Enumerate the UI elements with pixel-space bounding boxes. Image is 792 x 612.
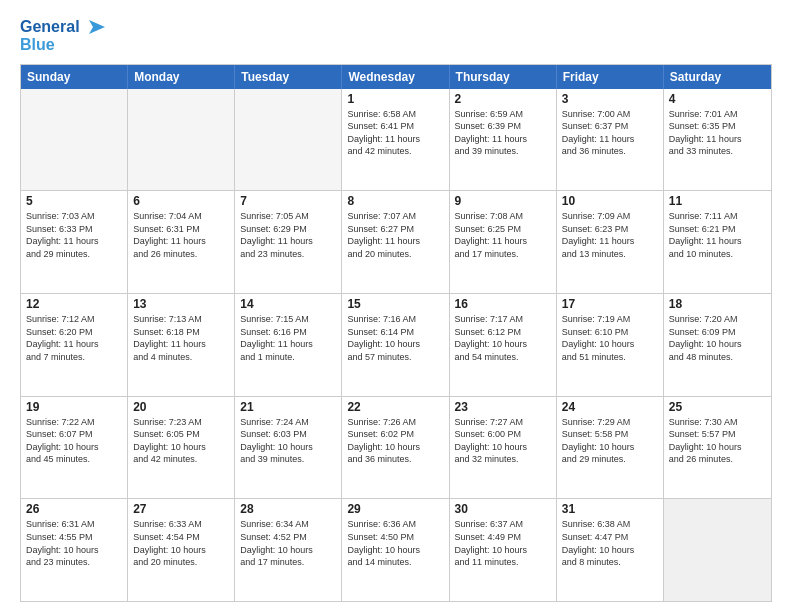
day-number: 24 xyxy=(562,400,658,414)
day-info: Sunrise: 7:27 AM Sunset: 6:00 PM Dayligh… xyxy=(455,416,551,466)
day-number: 31 xyxy=(562,502,658,516)
day-info: Sunrise: 7:29 AM Sunset: 5:58 PM Dayligh… xyxy=(562,416,658,466)
calendar-row-3: 19Sunrise: 7:22 AM Sunset: 6:07 PM Dayli… xyxy=(21,396,771,499)
day-number: 21 xyxy=(240,400,336,414)
weekday-header-friday: Friday xyxy=(557,65,664,89)
day-cell-14: 14Sunrise: 7:15 AM Sunset: 6:16 PM Dayli… xyxy=(235,294,342,396)
day-cell-30: 30Sunrise: 6:37 AM Sunset: 4:49 PM Dayli… xyxy=(450,499,557,601)
day-info: Sunrise: 7:13 AM Sunset: 6:18 PM Dayligh… xyxy=(133,313,229,363)
day-info: Sunrise: 7:15 AM Sunset: 6:16 PM Dayligh… xyxy=(240,313,336,363)
logo-wordmark: General Blue xyxy=(20,16,105,54)
day-number: 30 xyxy=(455,502,551,516)
day-info: Sunrise: 7:04 AM Sunset: 6:31 PM Dayligh… xyxy=(133,210,229,260)
day-cell-15: 15Sunrise: 7:16 AM Sunset: 6:14 PM Dayli… xyxy=(342,294,449,396)
day-cell-19: 19Sunrise: 7:22 AM Sunset: 6:07 PM Dayli… xyxy=(21,397,128,499)
day-number: 16 xyxy=(455,297,551,311)
day-cell-2: 2Sunrise: 6:59 AM Sunset: 6:39 PM Daylig… xyxy=(450,89,557,191)
logo-general: General xyxy=(20,18,80,36)
day-info: Sunrise: 7:08 AM Sunset: 6:25 PM Dayligh… xyxy=(455,210,551,260)
day-cell-27: 27Sunrise: 6:33 AM Sunset: 4:54 PM Dayli… xyxy=(128,499,235,601)
logo-blue: Blue xyxy=(20,36,55,54)
page: General Blue SundayMondayTuesdayWednesda… xyxy=(0,0,792,612)
day-info: Sunrise: 7:03 AM Sunset: 6:33 PM Dayligh… xyxy=(26,210,122,260)
day-number: 22 xyxy=(347,400,443,414)
day-cell-25: 25Sunrise: 7:30 AM Sunset: 5:57 PM Dayli… xyxy=(664,397,771,499)
day-number: 6 xyxy=(133,194,229,208)
logo: General Blue xyxy=(20,16,105,54)
calendar-row-1: 5Sunrise: 7:03 AM Sunset: 6:33 PM Daylig… xyxy=(21,190,771,293)
day-info: Sunrise: 7:00 AM Sunset: 6:37 PM Dayligh… xyxy=(562,108,658,158)
logo-arrow-icon xyxy=(83,16,105,38)
day-info: Sunrise: 6:38 AM Sunset: 4:47 PM Dayligh… xyxy=(562,518,658,568)
day-number: 27 xyxy=(133,502,229,516)
day-cell-23: 23Sunrise: 7:27 AM Sunset: 6:00 PM Dayli… xyxy=(450,397,557,499)
day-number: 2 xyxy=(455,92,551,106)
day-info: Sunrise: 7:12 AM Sunset: 6:20 PM Dayligh… xyxy=(26,313,122,363)
day-number: 11 xyxy=(669,194,766,208)
day-cell-6: 6Sunrise: 7:04 AM Sunset: 6:31 PM Daylig… xyxy=(128,191,235,293)
day-cell-7: 7Sunrise: 7:05 AM Sunset: 6:29 PM Daylig… xyxy=(235,191,342,293)
day-cell-12: 12Sunrise: 7:12 AM Sunset: 6:20 PM Dayli… xyxy=(21,294,128,396)
day-info: Sunrise: 6:37 AM Sunset: 4:49 PM Dayligh… xyxy=(455,518,551,568)
day-info: Sunrise: 7:19 AM Sunset: 6:10 PM Dayligh… xyxy=(562,313,658,363)
day-number: 10 xyxy=(562,194,658,208)
day-number: 23 xyxy=(455,400,551,414)
empty-cell xyxy=(664,499,771,601)
day-cell-22: 22Sunrise: 7:26 AM Sunset: 6:02 PM Dayli… xyxy=(342,397,449,499)
weekday-header-saturday: Saturday xyxy=(664,65,771,89)
day-number: 19 xyxy=(26,400,122,414)
day-number: 28 xyxy=(240,502,336,516)
day-cell-16: 16Sunrise: 7:17 AM Sunset: 6:12 PM Dayli… xyxy=(450,294,557,396)
day-number: 18 xyxy=(669,297,766,311)
empty-cell xyxy=(21,89,128,191)
day-cell-3: 3Sunrise: 7:00 AM Sunset: 6:37 PM Daylig… xyxy=(557,89,664,191)
calendar-header: SundayMondayTuesdayWednesdayThursdayFrid… xyxy=(21,65,771,89)
day-info: Sunrise: 7:30 AM Sunset: 5:57 PM Dayligh… xyxy=(669,416,766,466)
day-info: Sunrise: 6:59 AM Sunset: 6:39 PM Dayligh… xyxy=(455,108,551,158)
day-cell-13: 13Sunrise: 7:13 AM Sunset: 6:18 PM Dayli… xyxy=(128,294,235,396)
day-info: Sunrise: 6:58 AM Sunset: 6:41 PM Dayligh… xyxy=(347,108,443,158)
day-number: 25 xyxy=(669,400,766,414)
day-number: 15 xyxy=(347,297,443,311)
day-number: 20 xyxy=(133,400,229,414)
day-number: 3 xyxy=(562,92,658,106)
day-number: 4 xyxy=(669,92,766,106)
day-number: 1 xyxy=(347,92,443,106)
day-info: Sunrise: 7:22 AM Sunset: 6:07 PM Dayligh… xyxy=(26,416,122,466)
day-info: Sunrise: 6:36 AM Sunset: 4:50 PM Dayligh… xyxy=(347,518,443,568)
day-number: 9 xyxy=(455,194,551,208)
empty-cell xyxy=(128,89,235,191)
day-number: 26 xyxy=(26,502,122,516)
calendar-row-4: 26Sunrise: 6:31 AM Sunset: 4:55 PM Dayli… xyxy=(21,498,771,601)
day-info: Sunrise: 7:16 AM Sunset: 6:14 PM Dayligh… xyxy=(347,313,443,363)
day-number: 14 xyxy=(240,297,336,311)
weekday-header-wednesday: Wednesday xyxy=(342,65,449,89)
day-cell-18: 18Sunrise: 7:20 AM Sunset: 6:09 PM Dayli… xyxy=(664,294,771,396)
day-number: 17 xyxy=(562,297,658,311)
day-cell-11: 11Sunrise: 7:11 AM Sunset: 6:21 PM Dayli… xyxy=(664,191,771,293)
day-info: Sunrise: 6:34 AM Sunset: 4:52 PM Dayligh… xyxy=(240,518,336,568)
day-info: Sunrise: 6:33 AM Sunset: 4:54 PM Dayligh… xyxy=(133,518,229,568)
day-cell-4: 4Sunrise: 7:01 AM Sunset: 6:35 PM Daylig… xyxy=(664,89,771,191)
day-cell-29: 29Sunrise: 6:36 AM Sunset: 4:50 PM Dayli… xyxy=(342,499,449,601)
day-info: Sunrise: 7:23 AM Sunset: 6:05 PM Dayligh… xyxy=(133,416,229,466)
day-cell-17: 17Sunrise: 7:19 AM Sunset: 6:10 PM Dayli… xyxy=(557,294,664,396)
weekday-header-tuesday: Tuesday xyxy=(235,65,342,89)
day-number: 12 xyxy=(26,297,122,311)
header: General Blue xyxy=(20,16,772,54)
day-info: Sunrise: 7:07 AM Sunset: 6:27 PM Dayligh… xyxy=(347,210,443,260)
day-info: Sunrise: 6:31 AM Sunset: 4:55 PM Dayligh… xyxy=(26,518,122,568)
empty-cell xyxy=(235,89,342,191)
day-number: 8 xyxy=(347,194,443,208)
day-number: 13 xyxy=(133,297,229,311)
day-info: Sunrise: 7:11 AM Sunset: 6:21 PM Dayligh… xyxy=(669,210,766,260)
day-number: 7 xyxy=(240,194,336,208)
calendar: SundayMondayTuesdayWednesdayThursdayFrid… xyxy=(20,64,772,602)
weekday-header-monday: Monday xyxy=(128,65,235,89)
day-info: Sunrise: 7:05 AM Sunset: 6:29 PM Dayligh… xyxy=(240,210,336,260)
day-number: 5 xyxy=(26,194,122,208)
day-info: Sunrise: 7:01 AM Sunset: 6:35 PM Dayligh… xyxy=(669,108,766,158)
svg-marker-0 xyxy=(89,20,105,34)
day-cell-28: 28Sunrise: 6:34 AM Sunset: 4:52 PM Dayli… xyxy=(235,499,342,601)
day-info: Sunrise: 7:20 AM Sunset: 6:09 PM Dayligh… xyxy=(669,313,766,363)
